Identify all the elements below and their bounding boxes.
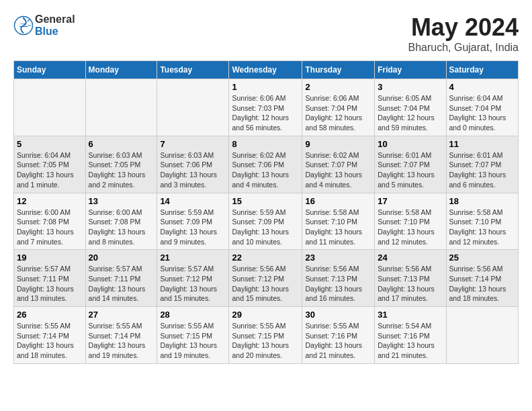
- day-cell-30: 30Sunrise: 5:55 AMSunset: 7:16 PMDayligh…: [302, 307, 375, 364]
- day-info-line: Sunset: 7:05 PM: [17, 161, 69, 169]
- day-cell-14: 14Sunrise: 5:59 AMSunset: 7:09 PMDayligh…: [157, 193, 229, 250]
- title-block: May 2024 Bharuch, Gujarat, India: [408, 13, 519, 54]
- week-row-5: 26Sunrise: 5:55 AMSunset: 7:14 PMDayligh…: [14, 307, 519, 364]
- day-info-15: Sunrise: 5:59 AMSunset: 7:09 PMDaylight:…: [232, 208, 299, 247]
- day-info-line: Sunset: 7:13 PM: [378, 275, 430, 283]
- day-info-line: Sunrise: 5:58 AM: [378, 208, 431, 216]
- day-number-20: 20: [89, 253, 154, 263]
- day-info-line: Daylight: 13 hours and 21 minutes.: [378, 341, 435, 359]
- day-info-18: Sunrise: 5:58 AMSunset: 7:10 PMDaylight:…: [449, 208, 515, 247]
- day-number-28: 28: [160, 310, 226, 320]
- day-info-7: Sunrise: 6:03 AMSunset: 7:06 PMDaylight:…: [160, 150, 226, 190]
- day-number-2: 2: [305, 82, 371, 92]
- day-info-line: Daylight: 13 hours and 18 minutes.: [449, 285, 506, 303]
- day-cell-12: 12Sunrise: 6:00 AMSunset: 7:08 PMDayligh…: [14, 193, 86, 250]
- day-cell-11: 11Sunrise: 6:01 AMSunset: 7:07 PMDayligh…: [446, 136, 518, 193]
- day-info-13: Sunrise: 6:00 AMSunset: 7:08 PMDaylight:…: [89, 208, 154, 247]
- day-cell-9: 9Sunrise: 6:02 AMSunset: 7:07 PMDaylight…: [302, 136, 375, 193]
- logo-general-text: General: [35, 13, 75, 25]
- day-info-line: Sunset: 7:16 PM: [305, 332, 357, 340]
- day-info-line: Sunset: 7:08 PM: [89, 218, 141, 226]
- day-number-11: 11: [449, 139, 515, 149]
- day-info-line: Sunset: 7:08 PM: [17, 218, 69, 226]
- day-info-6: Sunrise: 6:03 AMSunset: 7:05 PMDaylight:…: [89, 150, 154, 190]
- day-info-line: Sunrise: 6:00 AM: [17, 208, 71, 216]
- day-info-line: Daylight: 13 hours and 15 minutes.: [160, 285, 217, 303]
- day-info-4: Sunrise: 6:04 AMSunset: 7:04 PMDaylight:…: [449, 93, 515, 133]
- day-info-line: Daylight: 13 hours and 0 minutes.: [449, 113, 506, 132]
- day-info-line: Sunrise: 5:59 AM: [232, 208, 285, 216]
- logo: General Blue: [13, 13, 75, 38]
- day-info-line: Sunset: 7:10 PM: [378, 218, 430, 226]
- day-number-3: 3: [378, 82, 443, 92]
- header-wednesday: Wednesday: [229, 61, 302, 79]
- day-cell-17: 17Sunrise: 5:58 AMSunset: 7:10 PMDayligh…: [375, 193, 446, 250]
- day-number-5: 5: [17, 139, 83, 149]
- day-info-28: Sunrise: 5:55 AMSunset: 7:15 PMDaylight:…: [160, 321, 226, 361]
- day-cell-16: 16Sunrise: 5:58 AMSunset: 7:10 PMDayligh…: [302, 193, 375, 250]
- day-number-8: 8: [232, 139, 299, 149]
- logo-blue-text: Blue: [35, 26, 58, 37]
- day-number-30: 30: [305, 310, 371, 320]
- day-number-16: 16: [305, 196, 371, 206]
- day-info-line: Daylight: 13 hours and 21 minutes.: [305, 341, 362, 359]
- day-cell-22: 22Sunrise: 5:56 AMSunset: 7:12 PMDayligh…: [229, 250, 302, 307]
- day-number-22: 22: [232, 253, 299, 263]
- day-info-line: Sunrise: 5:59 AM: [160, 208, 214, 216]
- day-info-line: Daylight: 13 hours and 19 minutes.: [160, 341, 217, 359]
- day-info-line: Sunset: 7:14 PM: [17, 332, 69, 340]
- day-cell-28: 28Sunrise: 5:55 AMSunset: 7:15 PMDayligh…: [157, 307, 229, 364]
- day-cell-24: 24Sunrise: 5:56 AMSunset: 7:13 PMDayligh…: [375, 250, 446, 307]
- day-cell-8: 8Sunrise: 6:02 AMSunset: 7:06 PMDaylight…: [229, 136, 302, 193]
- day-cell-18: 18Sunrise: 5:58 AMSunset: 7:10 PMDayligh…: [446, 193, 518, 250]
- day-number-4: 4: [449, 82, 515, 92]
- day-info-line: Daylight: 12 hours and 56 minutes.: [232, 113, 289, 132]
- day-cell-5: 5Sunrise: 6:04 AMSunset: 7:05 PMDaylight…: [14, 136, 86, 193]
- day-info-line: Sunrise: 6:03 AM: [89, 151, 142, 159]
- day-info-line: Daylight: 13 hours and 2 minutes.: [89, 171, 146, 189]
- day-cell-31: 31Sunrise: 5:54 AMSunset: 7:16 PMDayligh…: [375, 307, 446, 364]
- day-number-7: 7: [160, 139, 226, 149]
- day-info-9: Sunrise: 6:02 AMSunset: 7:07 PMDaylight:…: [305, 150, 371, 190]
- day-cell-4: 4Sunrise: 6:04 AMSunset: 7:04 PMDaylight…: [446, 79, 518, 136]
- day-cell-26: 26Sunrise: 5:55 AMSunset: 7:14 PMDayligh…: [14, 307, 86, 364]
- day-number-18: 18: [449, 196, 515, 206]
- day-info-line: Sunset: 7:07 PM: [378, 161, 430, 169]
- day-info-line: Sunrise: 6:06 AM: [305, 94, 359, 102]
- day-info-line: Sunrise: 5:57 AM: [17, 265, 71, 273]
- day-info-line: Sunset: 7:10 PM: [449, 218, 502, 226]
- day-number-23: 23: [305, 253, 371, 263]
- day-info-line: Sunset: 7:15 PM: [160, 332, 212, 340]
- day-info-line: Sunset: 7:04 PM: [305, 104, 357, 112]
- day-info-line: Sunset: 7:09 PM: [160, 218, 212, 226]
- day-info-line: Sunrise: 5:55 AM: [305, 322, 359, 330]
- day-info-line: Daylight: 13 hours and 8 minutes.: [89, 228, 146, 246]
- day-info-line: Daylight: 13 hours and 7 minutes.: [17, 228, 74, 246]
- empty-cell: [446, 307, 518, 364]
- header-friday: Friday: [375, 61, 446, 79]
- week-row-4: 19Sunrise: 5:57 AMSunset: 7:11 PMDayligh…: [14, 250, 519, 307]
- day-info-line: Sunset: 7:09 PM: [232, 218, 284, 226]
- day-info-14: Sunrise: 5:59 AMSunset: 7:09 PMDaylight:…: [160, 208, 226, 247]
- day-cell-1: 1Sunrise: 6:06 AMSunset: 7:03 PMDaylight…: [229, 79, 302, 136]
- day-info-26: Sunrise: 5:55 AMSunset: 7:14 PMDaylight:…: [17, 321, 83, 361]
- day-info-line: Sunrise: 5:55 AM: [160, 322, 214, 330]
- day-number-13: 13: [89, 196, 154, 206]
- empty-cell: [157, 79, 229, 136]
- day-info-line: Sunset: 7:14 PM: [89, 332, 141, 340]
- empty-cell: [14, 79, 86, 136]
- header-monday: Monday: [85, 61, 157, 79]
- day-info-line: Sunset: 7:04 PM: [449, 104, 502, 112]
- day-info-12: Sunrise: 6:00 AMSunset: 7:08 PMDaylight:…: [17, 208, 83, 247]
- day-cell-7: 7Sunrise: 6:03 AMSunset: 7:06 PMDaylight…: [157, 136, 229, 193]
- day-info-line: Daylight: 13 hours and 15 minutes.: [232, 285, 289, 303]
- header-saturday: Saturday: [446, 61, 518, 79]
- day-cell-23: 23Sunrise: 5:56 AMSunset: 7:13 PMDayligh…: [302, 250, 375, 307]
- day-info-line: Sunrise: 5:56 AM: [232, 265, 285, 273]
- header-sunday: Sunday: [14, 61, 86, 79]
- day-info-line: Sunset: 7:11 PM: [89, 275, 141, 283]
- location: Bharuch, Gujarat, India: [408, 42, 519, 54]
- day-cell-2: 2Sunrise: 6:06 AMSunset: 7:04 PMDaylight…: [302, 79, 375, 136]
- day-info-line: Sunrise: 6:02 AM: [232, 151, 285, 159]
- day-number-15: 15: [232, 196, 299, 206]
